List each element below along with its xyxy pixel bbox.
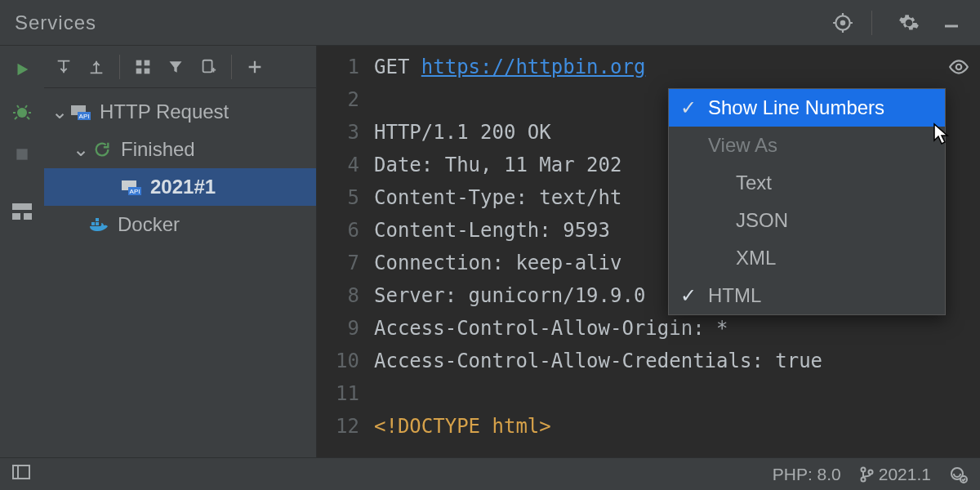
add-icon[interactable]	[240, 52, 270, 82]
status-sync-icon[interactable]	[949, 466, 969, 483]
menu-view-text[interactable]: Text	[669, 164, 945, 202]
check-icon: ✓	[680, 284, 708, 307]
collapse-all-icon[interactable]	[82, 52, 111, 82]
scratch-icon[interactable]	[194, 52, 223, 82]
svg-rect-5	[12, 213, 20, 220]
gear-icon[interactable]	[895, 9, 923, 37]
titlebar: Services	[0, 0, 980, 46]
svg-rect-7	[136, 60, 142, 65]
svg-rect-9	[136, 68, 142, 74]
svg-rect-8	[145, 60, 150, 65]
svg-rect-20	[96, 218, 99, 221]
menu-label: JSON	[736, 209, 788, 232]
cursor-icon	[931, 122, 952, 147]
menu-label: XML	[736, 247, 776, 270]
minimize-icon[interactable]	[938, 9, 965, 37]
run-icon[interactable]	[10, 57, 34, 82]
layout-icon[interactable]	[10, 199, 34, 224]
api-icon: API	[119, 179, 144, 195]
svg-point-25	[861, 477, 865, 481]
check-icon: ✓	[680, 96, 708, 119]
eye-icon[interactable]	[946, 54, 972, 80]
tree-node-docker[interactable]: › Docker	[44, 206, 316, 243]
docker-icon	[87, 216, 111, 234]
menu-label: Text	[736, 172, 772, 194]
menu-view-json[interactable]: JSON	[669, 202, 945, 239]
grid-icon[interactable]	[128, 52, 158, 82]
services-title: Services	[15, 11, 814, 34]
menu-heading-view-as: View As	[669, 127, 945, 164]
svg-point-24	[861, 467, 865, 471]
status-bar: PHP: 8.0 2021.1	[0, 457, 980, 490]
menu-view-html[interactable]: ✓ HTML	[669, 277, 945, 314]
rerun-icon	[90, 140, 114, 158]
gutter-context-menu: ✓ Show Line Numbers View As Text JSON XM…	[668, 88, 946, 315]
svg-rect-18	[91, 222, 95, 225]
tree-toolbar	[44, 46, 316, 88]
menu-show-line-numbers[interactable]: ✓ Show Line Numbers	[669, 89, 945, 127]
services-tree: ⌄ API HTTP Request ⌄ Finished API 2021#1…	[44, 88, 316, 243]
status-git-branch[interactable]: 2021.1	[859, 465, 931, 484]
status-php[interactable]: PHP: 8.0	[773, 465, 841, 484]
target-icon[interactable]	[829, 9, 857, 37]
svg-rect-6	[24, 213, 32, 220]
menu-view-xml[interactable]: XML	[669, 239, 945, 277]
svg-rect-4	[12, 203, 32, 210]
menu-label: View As	[708, 134, 777, 157]
tree-node-http-request[interactable]: ⌄ API HTTP Request	[44, 93, 316, 131]
tool-window-icon[interactable]	[11, 464, 31, 484]
tree-label: Finished	[121, 138, 195, 161]
tree-label: 2021#1	[150, 176, 216, 198]
api-icon: API	[69, 104, 93, 120]
svg-point-1	[841, 20, 844, 24]
tree-node-active-request[interactable]: API 2021#1	[44, 168, 316, 206]
svg-rect-19	[96, 222, 99, 225]
menu-label: HTML	[708, 284, 761, 307]
tree-label: Docker	[118, 213, 180, 236]
line-number-gutter[interactable]: 123456789101112	[317, 51, 374, 443]
tree-label: HTTP Request	[100, 100, 229, 123]
svg-rect-23	[13, 466, 18, 479]
separator	[119, 55, 120, 79]
svg-rect-10	[145, 68, 150, 74]
expand-all-icon[interactable]	[49, 52, 78, 82]
filter-icon[interactable]	[161, 52, 190, 82]
svg-rect-22	[13, 466, 29, 479]
tree-panel: ⌄ API HTTP Request ⌄ Finished API 2021#1…	[44, 46, 317, 457]
svg-point-21	[956, 65, 962, 70]
chevron-down-icon: ⌄	[51, 100, 69, 123]
svg-point-2	[17, 108, 27, 118]
svg-point-26	[868, 470, 872, 474]
menu-label: Show Line Numbers	[708, 96, 884, 119]
svg-text:API: API	[130, 188, 140, 195]
svg-rect-3	[16, 149, 27, 159]
stop-icon[interactable]	[10, 142, 34, 167]
svg-text:API: API	[79, 113, 90, 120]
bug-icon[interactable]	[10, 100, 34, 124]
separator	[231, 55, 232, 79]
chevron-down-icon: ⌄	[72, 138, 90, 161]
tree-node-finished[interactable]: ⌄ Finished	[44, 131, 316, 168]
separator	[871, 11, 872, 35]
svg-rect-11	[203, 60, 212, 72]
left-icon-strip	[0, 46, 44, 457]
